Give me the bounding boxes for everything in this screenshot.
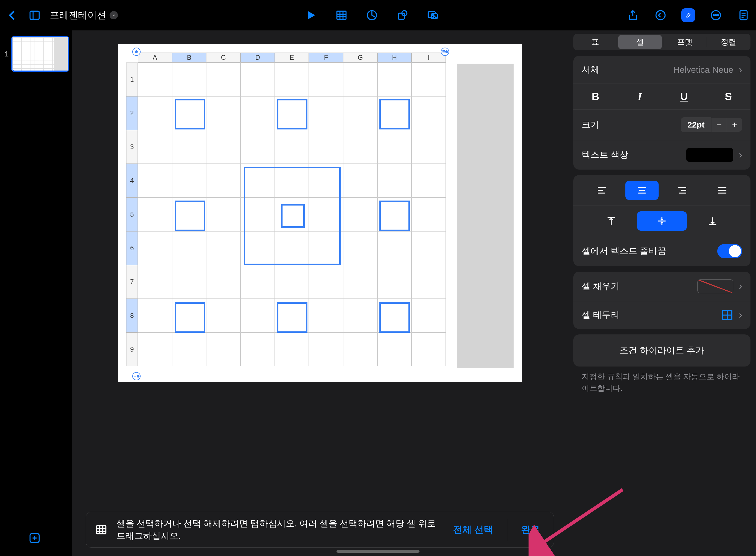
cell[interactable] (138, 164, 172, 198)
cell[interactable] (275, 333, 309, 366)
cell[interactable] (411, 164, 446, 198)
cell[interactable] (343, 63, 377, 96)
valign-bottom-button[interactable] (696, 211, 729, 231)
undo-icon[interactable] (654, 8, 667, 22)
document-title[interactable]: 프레젠테이션 (50, 9, 118, 22)
row-header-9[interactable]: 9 (126, 333, 138, 366)
more-icon[interactable] (709, 8, 723, 22)
cell[interactable] (275, 130, 309, 164)
document-settings-icon[interactable] (736, 8, 751, 22)
size-decrease-button[interactable]: − (711, 118, 727, 132)
cell[interactable] (275, 265, 309, 299)
row-header-5[interactable]: 5 (126, 198, 138, 231)
tab-cell[interactable]: 셀 (618, 35, 662, 49)
cell[interactable] (206, 333, 240, 366)
row-header-3[interactable]: 3 (126, 130, 138, 164)
spreadsheet-table[interactable]: A B C D E F G H I 1 2 3 4 5 (126, 53, 446, 376)
col-header-h[interactable]: H (377, 53, 412, 63)
cell[interactable] (275, 63, 309, 96)
cell[interactable] (309, 130, 343, 164)
col-header-e[interactable]: E (275, 53, 309, 63)
cell[interactable] (240, 130, 275, 164)
text-color-row[interactable]: 텍스트 색상 › (573, 140, 751, 170)
cell[interactable] (172, 130, 206, 164)
slide-canvas[interactable]: A B C D E F G H I 1 2 3 4 5 (118, 44, 522, 382)
cell[interactable] (206, 299, 240, 333)
cell[interactable] (240, 299, 275, 333)
cell[interactable] (172, 164, 206, 198)
play-icon[interactable] (304, 8, 318, 22)
conditional-highlight-button[interactable]: 조건 하이라이트 추가 (573, 335, 751, 367)
cell[interactable] (138, 265, 172, 299)
cell[interactable] (411, 96, 446, 130)
cell[interactable] (343, 96, 377, 130)
align-center-button[interactable] (625, 181, 659, 200)
cell[interactable] (411, 265, 446, 299)
cell[interactable] (206, 265, 240, 299)
cell[interactable] (206, 130, 240, 164)
italic-button[interactable]: I (618, 91, 662, 103)
size-increase-button[interactable]: + (727, 118, 742, 132)
cell[interactable] (240, 96, 275, 130)
cell[interactable] (343, 130, 377, 164)
tab-arrange[interactable]: 정렬 (707, 34, 751, 50)
done-button[interactable]: 완료 (516, 523, 545, 536)
col-header-g[interactable]: G (343, 53, 377, 63)
cell[interactable] (377, 265, 412, 299)
col-header-i[interactable]: I (411, 53, 446, 63)
sidebar-toggle-icon[interactable] (28, 8, 41, 22)
tab-table[interactable]: 표 (573, 34, 617, 50)
valign-top-button[interactable] (595, 211, 628, 231)
back-button[interactable] (5, 8, 20, 22)
cell[interactable] (138, 198, 172, 231)
cell[interactable] (377, 164, 412, 198)
cell-border-row[interactable]: 셀 테두리 › (573, 301, 751, 329)
underline-button[interactable]: U (662, 91, 706, 103)
align-right-button[interactable] (665, 181, 699, 200)
wrap-toggle[interactable] (717, 244, 742, 258)
cell[interactable] (309, 96, 343, 130)
table-icon[interactable] (335, 8, 348, 22)
cell[interactable] (411, 198, 446, 231)
cell[interactable] (343, 198, 377, 231)
cell[interactable] (206, 198, 240, 231)
strikethrough-button[interactable]: S (706, 91, 751, 103)
cell[interactable] (172, 63, 206, 96)
select-all-button[interactable]: 전체 선택 (447, 523, 499, 536)
bold-button[interactable]: B (573, 91, 618, 103)
cell[interactable] (411, 299, 446, 333)
cell[interactable] (138, 130, 172, 164)
tab-format[interactable]: 포맷 (663, 34, 707, 50)
cell[interactable] (138, 63, 172, 96)
table-handle-top-left[interactable] (132, 47, 141, 56)
cell[interactable] (138, 96, 172, 130)
shape-icon[interactable] (396, 8, 409, 22)
slide-thumbnail[interactable]: 1 (11, 36, 69, 72)
cell[interactable] (411, 63, 446, 96)
cell[interactable] (206, 164, 240, 198)
cell[interactable] (172, 333, 206, 366)
font-row[interactable]: 서체 Helvetica Neue › (573, 56, 751, 83)
valign-middle-button[interactable] (637, 211, 687, 231)
cell[interactable] (138, 231, 172, 265)
cell[interactable] (309, 265, 343, 299)
cell[interactable] (377, 130, 412, 164)
cell-fill-row[interactable]: 셀 채우기 › (573, 272, 751, 301)
cell[interactable] (343, 164, 377, 198)
cell[interactable] (411, 333, 446, 366)
table-handle-top-right[interactable] (441, 47, 449, 56)
col-header-b[interactable]: B (172, 53, 206, 63)
cell[interactable] (240, 333, 275, 366)
cell[interactable] (240, 265, 275, 299)
share-icon[interactable] (626, 8, 640, 22)
row-header-4[interactable]: 4 (126, 164, 138, 198)
cell[interactable] (240, 63, 275, 96)
media-icon[interactable] (426, 8, 440, 22)
col-header-f[interactable]: F (309, 53, 343, 63)
cell[interactable] (309, 63, 343, 96)
cell[interactable] (172, 231, 206, 265)
cell[interactable] (411, 130, 446, 164)
col-header-d[interactable]: D (240, 53, 275, 63)
row-header-7[interactable]: 7 (126, 265, 138, 299)
row-header-2[interactable]: 2 (126, 96, 138, 130)
